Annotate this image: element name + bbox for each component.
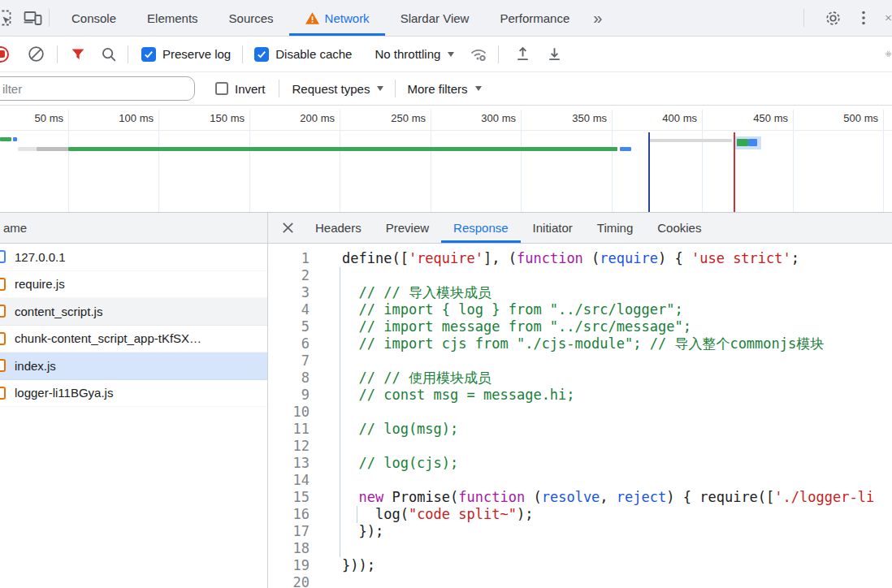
code-line[interactable]: 14 xyxy=(268,472,892,489)
invert-checkbox[interactable] xyxy=(215,82,228,95)
line-number[interactable]: 10 xyxy=(268,404,310,421)
disable-cache-label[interactable]: Disable cache xyxy=(275,47,352,61)
line-number[interactable]: 2 xyxy=(268,267,310,284)
clear-network-log-icon[interactable] xyxy=(27,45,45,63)
code-line[interactable]: 2 xyxy=(268,267,892,284)
line-number[interactable]: 6 xyxy=(268,335,310,352)
request-bar[interactable] xyxy=(18,147,37,151)
line-number[interactable]: 8 xyxy=(268,370,310,387)
line-number[interactable]: 1 xyxy=(268,250,310,267)
code-line[interactable]: 15 new Promise(function (resolve, reject… xyxy=(268,489,892,506)
tab-sources[interactable]: Sources xyxy=(214,0,289,36)
detail-tab-response[interactable]: Response xyxy=(441,213,521,243)
tab-performance[interactable]: Performance xyxy=(484,0,585,36)
network-conditions-icon[interactable] xyxy=(469,45,488,64)
more-tabs-button[interactable]: » xyxy=(585,9,610,28)
code-line[interactable]: 19})); xyxy=(268,557,892,574)
filter-input[interactable] xyxy=(0,76,195,101)
filter-funnel-icon[interactable] xyxy=(69,45,87,63)
tab-slardar-view[interactable]: Slardar View xyxy=(385,0,485,36)
code-line[interactable]: 11 // log(msg); xyxy=(268,421,892,438)
line-number[interactable]: 9 xyxy=(268,387,310,404)
request-row[interactable]: content_script.js xyxy=(0,298,267,326)
invert-label[interactable]: Invert xyxy=(235,82,266,96)
line-number[interactable]: 16 xyxy=(268,506,310,523)
request-bar[interactable] xyxy=(68,147,617,151)
detail-tab-timing[interactable]: Timing xyxy=(585,213,645,243)
code-line[interactable]: 4 // import { log } from "../src/logger"… xyxy=(268,301,892,318)
record-network-log-button[interactable] xyxy=(0,46,9,63)
code-text xyxy=(310,267,342,284)
code-line[interactable]: 5 // import message from "../src/message… xyxy=(268,318,892,335)
code-line[interactable]: 10 xyxy=(268,404,892,421)
line-number[interactable]: 12 xyxy=(268,438,310,455)
close-detail-icon[interactable] xyxy=(281,221,295,235)
chevron-down-icon[interactable] xyxy=(377,86,383,91)
line-number[interactable]: 15 xyxy=(268,489,310,506)
response-code-viewer[interactable]: 1define(['require'], (function (require)… xyxy=(268,244,892,588)
code-line[interactable]: 20 xyxy=(268,574,892,588)
line-number[interactable]: 13 xyxy=(268,455,310,472)
timeline-overview[interactable]: 50 ms100 ms150 ms200 ms250 ms300 ms350 m… xyxy=(0,106,892,213)
line-number[interactable]: 18 xyxy=(268,540,310,557)
name-column-header[interactable]: ame xyxy=(0,213,267,244)
disable-cache-checkbox[interactable] xyxy=(254,47,269,62)
code-line[interactable]: 18 xyxy=(268,540,892,557)
request-bar[interactable] xyxy=(737,139,748,146)
request-bar[interactable] xyxy=(0,137,11,141)
search-icon[interactable] xyxy=(100,45,118,63)
line-number[interactable]: 3 xyxy=(268,284,310,301)
export-har-icon[interactable] xyxy=(545,45,564,63)
line-number[interactable]: 14 xyxy=(268,472,310,489)
request-row[interactable]: logger-li11BGya.js xyxy=(0,380,267,408)
tab-elements[interactable]: Elements xyxy=(132,0,214,36)
chevron-down-icon[interactable] xyxy=(475,86,482,91)
code-line[interactable]: 8 // // 使用模块成员 xyxy=(268,370,892,387)
request-row[interactable]: 127.0.0.1 xyxy=(0,244,267,271)
tab-console[interactable]: Console xyxy=(56,0,132,36)
timeline-gridline xyxy=(431,110,431,213)
request-bar[interactable] xyxy=(13,137,17,141)
tab-network[interactable]: Network xyxy=(289,0,385,36)
device-toolbar-icon[interactable] xyxy=(23,8,42,28)
code-line[interactable]: 9 // const msg = message.hi; xyxy=(268,387,892,404)
line-number[interactable]: 7 xyxy=(268,352,310,370)
detail-tab-headers[interactable]: Headers xyxy=(303,213,374,243)
inspect-element-icon[interactable] xyxy=(0,8,13,28)
throttling-select[interactable]: No throttling xyxy=(375,47,440,61)
line-number[interactable]: 20 xyxy=(268,574,310,588)
close-devtools-icon[interactable] xyxy=(885,11,892,25)
code-line[interactable]: 13 // log(cjs); xyxy=(268,455,892,472)
line-number[interactable]: 11 xyxy=(268,421,310,438)
code-line[interactable]: 7 xyxy=(268,352,892,370)
preserve-log-label[interactable]: Preserve log xyxy=(162,47,231,61)
network-settings-gear-icon[interactable] xyxy=(885,45,892,63)
code-line[interactable]: 12 xyxy=(268,438,892,455)
code-line[interactable]: 16 log("code split~"); xyxy=(268,506,892,523)
request-bar[interactable] xyxy=(748,139,757,146)
request-bar[interactable] xyxy=(649,139,732,142)
line-number[interactable]: 5 xyxy=(268,318,310,335)
code-line[interactable]: 3 // // 导入模块成员 xyxy=(268,284,892,301)
code-line[interactable]: 17 }); xyxy=(268,523,892,540)
preserve-log-checkbox[interactable] xyxy=(141,47,156,62)
request-row[interactable]: chunk-content_script_app-tKfSX… xyxy=(0,326,267,353)
request-row[interactable]: require.js xyxy=(0,271,267,299)
line-number[interactable]: 19 xyxy=(268,557,310,574)
line-number[interactable]: 4 xyxy=(268,301,310,318)
more-filters-dropdown[interactable]: More filters xyxy=(407,82,467,96)
detail-tab-cookies[interactable]: Cookies xyxy=(645,213,713,243)
detail-tab-initiator[interactable]: Initiator xyxy=(521,213,585,243)
line-number[interactable]: 17 xyxy=(268,523,310,540)
kebab-menu-icon[interactable] xyxy=(855,9,872,27)
import-har-icon[interactable] xyxy=(513,45,532,63)
request-row[interactable]: index.js xyxy=(0,352,267,380)
code-line[interactable]: 1define(['require'], (function (require)… xyxy=(268,250,892,267)
detail-tab-preview[interactable]: Preview xyxy=(374,213,441,243)
request-types-dropdown[interactable]: Request types xyxy=(292,82,370,96)
code-line[interactable]: 6 // import cjs from "./cjs-module"; // … xyxy=(268,335,892,352)
request-bar[interactable] xyxy=(37,147,68,151)
chevron-down-icon[interactable] xyxy=(448,52,454,57)
settings-gear-icon[interactable] xyxy=(824,9,842,28)
request-bar[interactable] xyxy=(620,147,631,151)
